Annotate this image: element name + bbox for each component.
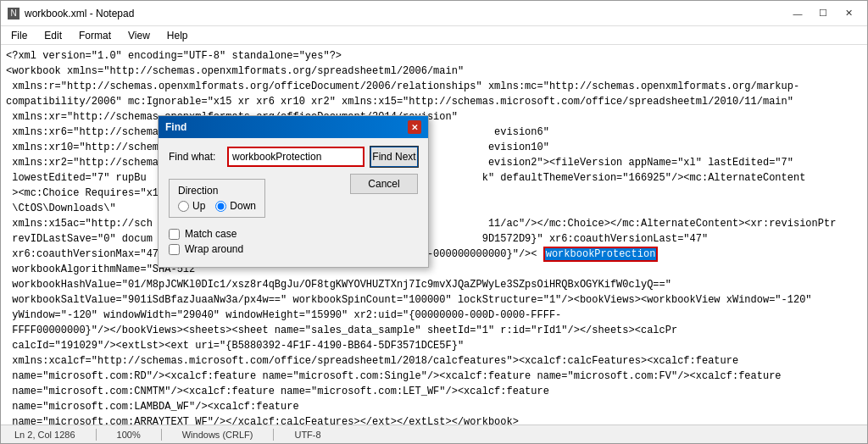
direction-up-label: Up xyxy=(192,200,205,212)
wrap-around-option[interactable]: Wrap around xyxy=(169,243,342,255)
menu-help[interactable]: Help xyxy=(160,28,195,43)
minimize-button[interactable]: — xyxy=(786,4,810,23)
find-dialog: Find ✕ Find what: Find Next Direction Up xyxy=(158,115,429,268)
direction-label: Direction xyxy=(178,185,256,197)
direction-down-option[interactable]: Down xyxy=(215,200,256,212)
direction-section: Direction Up Down xyxy=(169,179,265,218)
cursor-position: Ln 2, Col 1286 xyxy=(8,430,82,440)
app-icon: N xyxy=(8,8,19,19)
match-case-checkbox[interactable] xyxy=(169,229,180,240)
wrap-around-label: Wrap around xyxy=(185,243,243,255)
menu-bar: File Edit Format View Help xyxy=(1,26,867,45)
find-what-input[interactable] xyxy=(228,147,364,166)
find-what-label: Find what: xyxy=(169,151,221,163)
editor-area[interactable]: <?xml version="1.0" encoding="UTF-8" sta… xyxy=(1,45,867,425)
status-bar: Ln 2, Col 1286 100% Windows (CRLF) UTF-8 xyxy=(1,425,867,443)
find-dialog-body: Find what: Find Next Direction Up xyxy=(159,138,428,267)
direction-down-label: Down xyxy=(230,200,256,212)
find-dialog-titlebar: Find ✕ xyxy=(159,116,428,138)
window-controls: — ☐ ✕ xyxy=(786,4,860,23)
encoding: UTF-8 xyxy=(287,430,327,440)
main-window: N workbook.xml - Notepad — ☐ ✕ File Edit… xyxy=(0,0,868,444)
match-case-option[interactable]: Match case xyxy=(169,228,342,240)
find-dialog-options-row: Direction Up Down xyxy=(169,174,418,258)
direction-options: Up Down xyxy=(178,200,256,212)
title-bar: N workbook.xml - Notepad — ☐ ✕ xyxy=(1,1,867,26)
close-button[interactable]: ✕ xyxy=(837,4,860,23)
direction-up-radio[interactable] xyxy=(178,201,189,212)
menu-file[interactable]: File xyxy=(4,28,34,43)
highlighted-match: workbookProtection xyxy=(543,247,659,262)
line-ending: Windows (CRLF) xyxy=(175,430,260,440)
direction-up-option[interactable]: Up xyxy=(178,200,205,212)
find-next-button[interactable]: Find Next xyxy=(370,147,418,167)
maximize-button[interactable]: ☐ xyxy=(811,4,835,23)
title-bar-left: N workbook.xml - Notepad xyxy=(8,8,134,19)
menu-edit[interactable]: Edit xyxy=(37,28,69,43)
zoom-level: 100% xyxy=(110,430,147,440)
find-dialog-title-text: Find xyxy=(165,121,186,133)
direction-down-radio[interactable] xyxy=(215,201,226,212)
find-dialog-close-button[interactable]: ✕ xyxy=(408,120,421,134)
find-buttons-right: Cancel xyxy=(350,174,418,194)
status-divider-2 xyxy=(161,429,162,441)
cancel-button[interactable]: Cancel xyxy=(350,174,418,194)
wrap-around-checkbox[interactable] xyxy=(169,244,180,255)
menu-view[interactable]: View xyxy=(121,28,157,43)
match-case-label: Match case xyxy=(185,228,236,240)
status-divider-3 xyxy=(273,429,274,441)
find-options-left: Direction Up Down xyxy=(169,174,342,258)
menu-format[interactable]: Format xyxy=(72,28,118,43)
status-divider-1 xyxy=(96,429,97,441)
window-title: workbook.xml - Notepad xyxy=(25,8,134,19)
find-what-row: Find what: Find Next xyxy=(169,147,418,167)
